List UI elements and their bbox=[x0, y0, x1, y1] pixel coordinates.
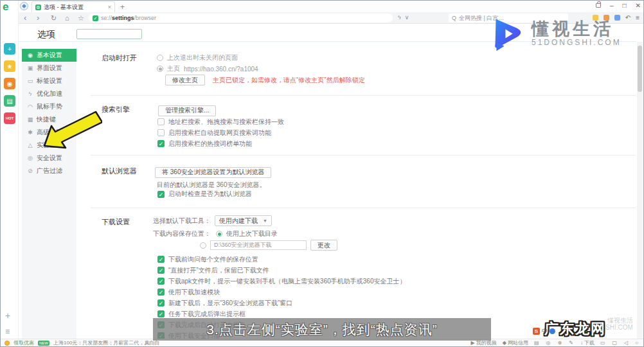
minimize-button[interactable]: – bbox=[610, 2, 614, 9]
statusbar-tool[interactable]: ⊕ bbox=[557, 340, 563, 346]
sidebar-app-icon[interactable]: ★ bbox=[4, 60, 15, 72]
new-tab-button[interactable]: + bbox=[120, 3, 125, 12]
sidebar-list-icon[interactable]: ≡ bbox=[5, 327, 10, 336]
statusbar-tool-icon: ◎ bbox=[546, 340, 550, 346]
checkbox-icon[interactable] bbox=[157, 299, 165, 307]
download-option-row[interactable]: 下载apk文件时，提示一键安装到手机（电脑上需安装360手机助手或360安全卫士… bbox=[157, 276, 406, 287]
settings-nav-item[interactable]: ϟ 优化加速 bbox=[22, 87, 76, 100]
settings-nav-item[interactable]: ▭ 标签设置 bbox=[22, 75, 76, 87]
news-ticker[interactable]: 上海100元：只发朋友圈；月薪富二代，真白白 bbox=[53, 339, 159, 346]
radio-fixed-dir[interactable] bbox=[200, 242, 206, 249]
statusbar-tool-icon: ◆ bbox=[503, 340, 506, 346]
flash-icon[interactable]: ϟ bbox=[398, 14, 401, 21]
statusbar-tool[interactable]: ▢ bbox=[612, 340, 618, 346]
sidebar-app-icon[interactable]: ▤ bbox=[4, 95, 15, 107]
sidebar-app-icon[interactable]: ◉ bbox=[4, 78, 15, 89]
checkbox-icon[interactable] bbox=[157, 140, 165, 147]
download-path-field[interactable]: D:\360安全浏览器下载 bbox=[210, 240, 307, 250]
sidebar-add-icon[interactable]: + bbox=[5, 310, 10, 321]
statusbar-tool[interactable]: ◎ bbox=[546, 340, 551, 346]
checkbox-icon[interactable] bbox=[157, 191, 165, 198]
download-tool-select[interactable]: 使用内建下载 ▼ bbox=[215, 215, 272, 226]
checkbox-icon[interactable] bbox=[157, 267, 165, 274]
undo-icon[interactable]: ↶ bbox=[625, 14, 631, 21]
promo-link[interactable]: 领取优惠 bbox=[13, 339, 34, 346]
home-icon[interactable]: ⌂ bbox=[65, 13, 69, 22]
statusbar-tool-icon: ▭ bbox=[600, 340, 605, 346]
coin-icon[interactable] bbox=[4, 341, 10, 346]
sidebar-app-icon[interactable]: + bbox=[4, 43, 15, 55]
section-divider bbox=[91, 155, 636, 156]
section-label-default-browser: 默认浏览器 bbox=[102, 166, 137, 176]
search-engine-option-row[interactable]: 启用搜索栏的热搜词榜单功能 bbox=[157, 138, 284, 149]
settings-nav-item[interactable]: ▣ 界面设置 bbox=[22, 62, 76, 75]
user-avatar[interactable] bbox=[20, 2, 28, 10]
tab-options[interactable]: ⚙ 选项 - 基本设置 × bbox=[31, 1, 115, 12]
tutorial-arrow bbox=[38, 107, 102, 152]
close-button[interactable]: ✕ bbox=[636, 2, 641, 9]
nav-item-label: 优化加速 bbox=[37, 89, 62, 98]
statusbar-tool-icon: ○ bbox=[635, 340, 638, 346]
settings-nav-item[interactable]: ⊘ 广告过滤 bbox=[22, 165, 76, 177]
watermark-site: 51DONGSHI.COM bbox=[532, 38, 622, 47]
radio-last-dir[interactable] bbox=[216, 231, 222, 237]
settings-nav-item[interactable]: ◉ 基本设置 bbox=[22, 49, 76, 62]
statusbar-tool[interactable]: ○ bbox=[635, 340, 640, 346]
microphone-icon[interactable] bbox=[550, 328, 555, 334]
addressbar-dropdown-icon[interactable]: ∨ bbox=[405, 14, 409, 21]
section-label-startup: 启动时打开 bbox=[102, 53, 137, 63]
manage-search-engines-button[interactable]: 管理搜索引擎... bbox=[158, 105, 216, 116]
tab-favicon: ⚙ bbox=[35, 4, 41, 10]
checkbox-icon[interactable] bbox=[157, 310, 165, 317]
radio-icon[interactable] bbox=[157, 66, 163, 72]
search-engine-option-row[interactable]: 启用搜索栏自动提取网页搜索词功能 bbox=[157, 127, 284, 138]
checkbox-icon[interactable] bbox=[157, 118, 165, 125]
check-default-on-startup-row[interactable]: 启动时检查是否为默认浏览器 bbox=[157, 190, 252, 199]
statusbar-tool[interactable]: ◆ 网站信用 bbox=[503, 339, 528, 346]
search-engine-option-row[interactable]: 地址栏搜索、拖拽搜索与搜索栏保持一致 bbox=[157, 116, 284, 127]
browser-logo-icon: e bbox=[3, 1, 17, 12]
back-icon[interactable]: ‹ bbox=[24, 13, 26, 22]
download-location-label: 下载内容保存位置： bbox=[153, 229, 211, 238]
radio-icon[interactable] bbox=[157, 55, 163, 61]
checkbox-icon[interactable] bbox=[157, 278, 165, 285]
shopping-bag-icon[interactable] bbox=[596, 3, 601, 8]
tab-close-icon[interactable]: × bbox=[108, 4, 111, 10]
section-label-search-engine: 搜索引擎 bbox=[102, 105, 130, 114]
nav-item-label: 广告过滤 bbox=[37, 166, 62, 175]
statusbar-tool[interactable]: ◁ bbox=[624, 340, 629, 346]
download-option-row[interactable]: “直接打开”文件后，保留已下载文件 bbox=[157, 265, 406, 276]
statusbar-tool-icon: ⊕ bbox=[557, 340, 562, 346]
maximize-button[interactable]: □ bbox=[623, 2, 627, 9]
sidebar-app-icon[interactable]: HOT bbox=[4, 112, 15, 124]
forward-icon[interactable]: › bbox=[37, 13, 39, 22]
ime-sogou-icon[interactable]: S bbox=[533, 328, 540, 335]
checkbox-icon[interactable] bbox=[157, 256, 165, 263]
startup-radio-last-session[interactable]: 上次退出时未关闭的页面 bbox=[157, 53, 238, 62]
statusbar-tool[interactable]: ▭ bbox=[600, 340, 607, 346]
statusbar-tool-icon: ✎ bbox=[569, 340, 573, 346]
settings-search-input[interactable] bbox=[76, 29, 142, 39]
scrollbar-thumb[interactable] bbox=[638, 46, 642, 92]
download-option-row[interactable]: 新建下载后，显示“360安全浏览器下载”窗口 bbox=[157, 298, 406, 308]
bookmark-star-icon[interactable]: ☆ bbox=[78, 13, 84, 22]
change-path-button[interactable]: 更改 bbox=[310, 240, 337, 251]
statusbar-tool-icon: ▶ bbox=[471, 340, 475, 346]
download-option-row[interactable]: 下载前询问每个文件的保存位置 bbox=[157, 254, 406, 265]
ime-lang-icon[interactable]: 中 bbox=[542, 327, 548, 335]
set-default-browser-button[interactable]: 将 360安全浏览器设置为默认浏览器 bbox=[155, 167, 271, 178]
menu-icon[interactable]: ≡ bbox=[636, 14, 640, 21]
reload-icon[interactable]: ↻ bbox=[51, 13, 57, 22]
statusbar-tool[interactable]: ✎ bbox=[569, 340, 575, 346]
settings-nav-item[interactable]: ◎ 安全设置 bbox=[22, 152, 76, 165]
nav-item-icon: ◉ bbox=[27, 52, 33, 58]
download-option-row[interactable]: 使用下载加速模块 bbox=[157, 287, 406, 298]
statusbar-tool[interactable]: ↓ 下载 bbox=[580, 339, 595, 346]
startup-radio-homepage[interactable]: 主页 https://hao.360.cn/?a1004 bbox=[157, 64, 258, 73]
checkbox-icon[interactable] bbox=[157, 129, 165, 136]
checkbox-icon[interactable] bbox=[157, 289, 165, 296]
statusbar-tool[interactable]: ▤ bbox=[534, 340, 541, 346]
modify-homepage-button[interactable]: 修改主页 bbox=[165, 75, 205, 85]
address-bar[interactable]: ✓ se://settings/browser bbox=[89, 13, 393, 22]
statusbar-tool-icon: ▢ bbox=[612, 340, 617, 346]
